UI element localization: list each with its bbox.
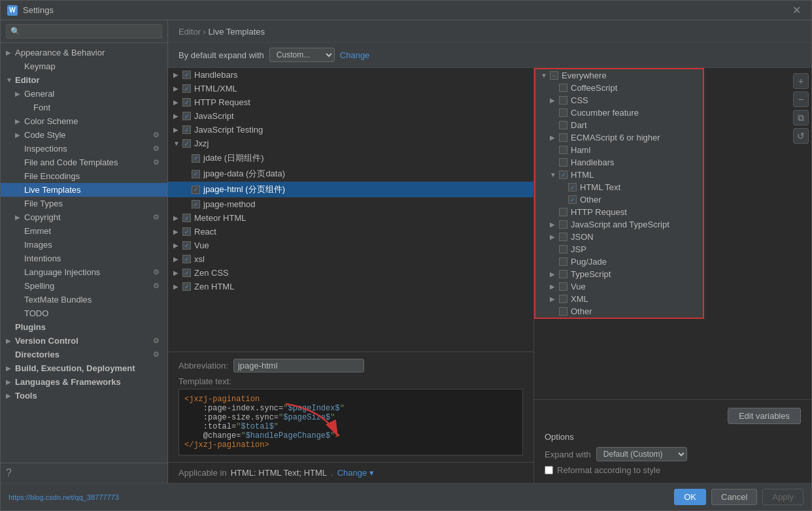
checkbox[interactable] bbox=[182, 84, 191, 93]
checkbox[interactable] bbox=[559, 270, 567, 278]
sidebar-item-tools[interactable]: ▶ Tools bbox=[1, 389, 167, 403]
edit-variables-button[interactable]: Edit variables bbox=[728, 408, 801, 424]
template-group-meteor-html[interactable]: ▶ Meteor HTML bbox=[168, 211, 533, 225]
checkbox[interactable] bbox=[192, 170, 200, 178]
sidebar-item-directories[interactable]: Directories ⚙ bbox=[1, 348, 167, 361]
template-group-react[interactable]: ▶ React bbox=[168, 225, 533, 239]
checkbox[interactable] bbox=[559, 146, 567, 154]
revert-template-button[interactable]: ↺ bbox=[793, 128, 809, 144]
close-button[interactable]: ✕ bbox=[788, 3, 805, 18]
template-group-html-xml[interactable]: ▶ HTML/XML bbox=[168, 82, 533, 95]
checkbox[interactable] bbox=[559, 84, 567, 92]
checkbox[interactable] bbox=[559, 96, 567, 105]
popup-item-pug-jade[interactable]: Pug/Jade bbox=[535, 256, 703, 268]
sidebar-item-file-code-templates[interactable]: File and Code Templates ⚙ bbox=[1, 156, 167, 169]
sidebar-item-emmet[interactable]: Emmet bbox=[1, 224, 167, 238]
popup-item-haml[interactable]: Haml bbox=[535, 144, 703, 156]
add-template-button[interactable]: + bbox=[793, 73, 809, 89]
help-icon[interactable]: ? bbox=[6, 467, 12, 478]
template-group-javascript-testing[interactable]: ▶ JavaScript Testing bbox=[168, 123, 533, 137]
popup-item-cucumber[interactable]: Cucumber feature bbox=[535, 107, 703, 119]
search-input[interactable] bbox=[6, 24, 162, 39]
template-text-editor[interactable]: <jxzj-pagination :page-index.sync="$page… bbox=[178, 389, 523, 455]
popup-item-typescript[interactable]: ▶ TypeScript bbox=[535, 268, 703, 280]
sidebar-item-font[interactable]: Font bbox=[1, 101, 167, 114]
change-link[interactable]: Change bbox=[340, 50, 370, 60]
sidebar-item-language-injections[interactable]: Language Injections ⚙ bbox=[1, 265, 167, 279]
minus-checkbox[interactable]: − bbox=[550, 71, 558, 80]
checkbox[interactable] bbox=[559, 121, 567, 129]
sidebar-item-spelling[interactable]: Spelling ⚙ bbox=[1, 279, 167, 293]
checkbox[interactable] bbox=[182, 269, 191, 277]
template-item-jpage-html[interactable]: jpage-html (分页组件) bbox=[168, 182, 533, 197]
checkbox[interactable] bbox=[559, 220, 567, 229]
template-group-vue[interactable]: ▶ Vue bbox=[168, 239, 533, 252]
checkbox[interactable] bbox=[182, 214, 191, 222]
checkbox[interactable] bbox=[559, 233, 567, 241]
ok-button[interactable]: OK bbox=[674, 489, 706, 505]
checkbox[interactable] bbox=[568, 183, 577, 191]
popup-item-dart[interactable]: Dart bbox=[535, 119, 703, 131]
checkbox[interactable] bbox=[559, 171, 567, 179]
sidebar-item-appearance[interactable]: ▶ Appearance & Behavior bbox=[1, 46, 167, 59]
checkbox[interactable] bbox=[182, 282, 191, 291]
checkbox[interactable] bbox=[182, 227, 191, 236]
checkbox[interactable] bbox=[182, 71, 191, 79]
checkbox[interactable] bbox=[559, 282, 567, 291]
checkbox[interactable] bbox=[559, 245, 567, 254]
checkbox[interactable] bbox=[559, 295, 567, 303]
sidebar-item-editor[interactable]: ▼ Editor bbox=[1, 73, 167, 87]
template-group-http-request[interactable]: ▶ HTTP Request bbox=[168, 95, 533, 109]
applicable-change-link[interactable]: Change ▾ bbox=[337, 468, 374, 478]
checkbox[interactable] bbox=[568, 195, 577, 204]
remove-template-button[interactable]: − bbox=[793, 91, 809, 107]
popup-item-http-request[interactable]: HTTP Request bbox=[535, 206, 703, 218]
checkbox[interactable] bbox=[182, 125, 191, 134]
sidebar-item-images[interactable]: Images bbox=[1, 238, 167, 252]
popup-item-coffeescript[interactable]: CoffeeScript bbox=[535, 82, 703, 94]
sidebar-item-inspections[interactable]: Inspections ⚙ bbox=[1, 142, 167, 156]
popup-item-html[interactable]: ▼ HTML bbox=[535, 169, 703, 181]
sidebar-item-todo[interactable]: TODO bbox=[1, 306, 167, 320]
checkbox[interactable] bbox=[182, 241, 191, 250]
reformat-checkbox[interactable] bbox=[545, 466, 553, 474]
checkbox[interactable] bbox=[559, 257, 567, 266]
sidebar-item-build-execution[interactable]: ▶ Build, Execution, Deployment bbox=[1, 361, 167, 375]
checkbox[interactable] bbox=[182, 98, 191, 107]
checkbox[interactable] bbox=[182, 139, 191, 148]
template-group-javascript[interactable]: ▶ JavaScript bbox=[168, 109, 533, 123]
popup-item-css[interactable]: ▶ CSS bbox=[535, 94, 703, 107]
checkbox[interactable] bbox=[559, 158, 567, 167]
sidebar-item-code-style[interactable]: ▶ Code Style ⚙ bbox=[1, 128, 167, 142]
sidebar-item-live-templates[interactable]: Live Templates bbox=[1, 183, 167, 197]
checkbox[interactable] bbox=[182, 112, 191, 120]
popup-item-vue[interactable]: ▶ Vue bbox=[535, 280, 703, 293]
sidebar-item-version-control[interactable]: ▶ Version Control ⚙ bbox=[1, 334, 167, 348]
checkbox[interactable] bbox=[559, 307, 567, 316]
sidebar-item-keymap[interactable]: Keymap bbox=[1, 59, 167, 73]
popup-item-xml[interactable]: ▶ XML bbox=[535, 293, 703, 305]
sidebar-item-copyright[interactable]: ▶ Copyright ⚙ bbox=[1, 210, 167, 224]
checkbox[interactable] bbox=[559, 133, 567, 142]
sidebar-item-textmate-bundles[interactable]: TextMate Bundles bbox=[1, 293, 167, 306]
abbreviation-input[interactable] bbox=[233, 359, 364, 372]
popup-item-ecmascript[interactable]: ▶ ECMAScript 6 or higher bbox=[535, 131, 703, 144]
popup-item-everywhere[interactable]: ▼ − Everywhere bbox=[535, 69, 703, 82]
checkbox[interactable] bbox=[559, 208, 567, 216]
expand-with-select[interactable]: Custom... bbox=[269, 48, 335, 62]
sidebar-item-intentions[interactable]: Intentions bbox=[1, 252, 167, 265]
template-group-xsl[interactable]: ▶ xsl bbox=[168, 252, 533, 266]
popup-item-other[interactable]: Other bbox=[535, 305, 703, 318]
template-item-jpage-data[interactable]: jpage-data (分页data) bbox=[168, 166, 533, 182]
sidebar-item-file-types[interactable]: File Types bbox=[1, 197, 167, 210]
copy-template-button[interactable]: ⧉ bbox=[793, 110, 809, 125]
template-group-jxzj[interactable]: ▼ Jxzj bbox=[168, 137, 533, 150]
sidebar-item-file-encodings[interactable]: File Encodings bbox=[1, 169, 167, 183]
sidebar-item-plugins[interactable]: Plugins bbox=[1, 320, 167, 334]
popup-item-json[interactable]: ▶ JSON bbox=[535, 231, 703, 243]
sidebar-item-general[interactable]: ▶ General bbox=[1, 87, 167, 101]
template-item-jpage-method[interactable]: jpage-method bbox=[168, 197, 533, 211]
cancel-button[interactable]: Cancel bbox=[711, 489, 757, 505]
template-item-jdate[interactable]: jdate (日期组件) bbox=[168, 150, 533, 166]
checkbox[interactable] bbox=[192, 154, 200, 163]
